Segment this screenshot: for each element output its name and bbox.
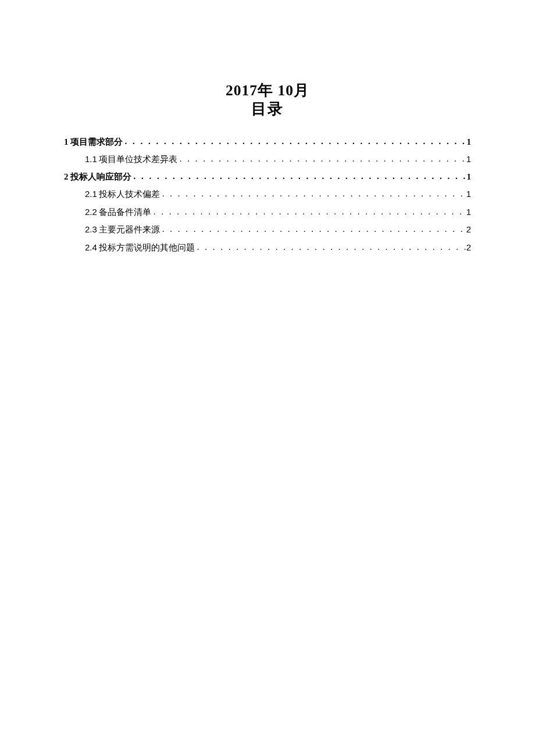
toc-entry-title: 投标方需说明的其他问题	[99, 243, 195, 252]
toc-entry-number: 2	[64, 172, 69, 181]
toc-leader	[195, 240, 466, 255]
document-page: 2017年 10月 目录 1项目需求部分 1 1.1项目单位技术差异表 1 2投…	[0, 0, 535, 756]
toc-leader	[160, 187, 466, 202]
date-year: 2017	[226, 82, 258, 99]
toc-entry-label: 2投标人响应部分	[64, 170, 131, 185]
toc-entry-section-1-1[interactable]: 1.1项目单位技术差异表 1	[64, 152, 471, 167]
toc-leader	[123, 134, 467, 149]
toc-entry-label: 2.2备品备件清单	[85, 205, 151, 220]
toc-entry-title: 备品备件清单	[99, 207, 151, 217]
toc-entry-title: 投标人技术偏差	[99, 189, 160, 199]
toc-entry-label: 2.4投标方需说明的其他问题	[85, 240, 195, 256]
toc-entry-title: 主要元器件来源	[99, 225, 160, 234]
date-line: 2017年 10月	[64, 81, 471, 100]
toc-entry-number: 2.1	[85, 189, 97, 199]
date-year-suffix: 年	[258, 82, 273, 99]
toc-entry-section-2-1[interactable]: 2.1投标人技术偏差 1	[64, 187, 471, 202]
toc-entry-section-2-4[interactable]: 2.4投标方需说明的其他问题 2	[64, 240, 471, 256]
toc-entry-section-2-3[interactable]: 2.3主要元器件来源 2	[64, 222, 471, 238]
toc-leader	[177, 152, 466, 167]
toc-entry-label: 2.1投标人技术偏差	[85, 187, 160, 202]
table-of-contents: 1项目需求部分 1 1.1项目单位技术差异表 1 2投标人响应部分 1 2.1投…	[64, 135, 471, 256]
toc-leader	[160, 222, 466, 237]
toc-title: 目录	[64, 100, 471, 119]
toc-entry-number: 2.4	[85, 242, 97, 252]
toc-entry-page: 1	[466, 187, 471, 202]
toc-entry-page: 2	[466, 222, 471, 237]
toc-entry-number: 1.1	[85, 154, 97, 164]
toc-entry-title: 项目单位技术差异表	[99, 155, 177, 164]
toc-entry-section-2-2[interactable]: 2.2备品备件清单 1	[64, 205, 471, 220]
toc-leader	[131, 169, 467, 184]
toc-leader	[151, 205, 466, 220]
toc-entry-label: 1项目需求部分	[64, 135, 123, 150]
toc-entry-number: 1	[64, 137, 69, 146]
toc-entry-title: 投标人响应部分	[70, 172, 131, 181]
toc-entry-page: 1	[466, 152, 471, 167]
toc-entry-title: 项目需求部分	[70, 137, 123, 146]
toc-entry-label: 1.1项目单位技术差异表	[85, 152, 177, 167]
toc-entry-label: 2.3主要元器件来源	[85, 222, 160, 238]
date-month: 10	[277, 82, 294, 99]
toc-entry-number: 2.2	[85, 207, 97, 217]
toc-entry-section-2[interactable]: 2投标人响应部分 1	[64, 170, 471, 185]
toc-entry-page: 1	[467, 170, 472, 185]
date-month-suffix: 月	[294, 82, 309, 99]
toc-entry-page: 1	[467, 135, 472, 150]
toc-entry-page: 1	[466, 205, 471, 220]
toc-entry-number: 2.3	[85, 224, 97, 234]
toc-entry-section-1[interactable]: 1项目需求部分 1	[64, 135, 471, 150]
toc-entry-page: 2	[466, 240, 471, 255]
document-header: 2017年 10月 目录	[64, 81, 471, 119]
